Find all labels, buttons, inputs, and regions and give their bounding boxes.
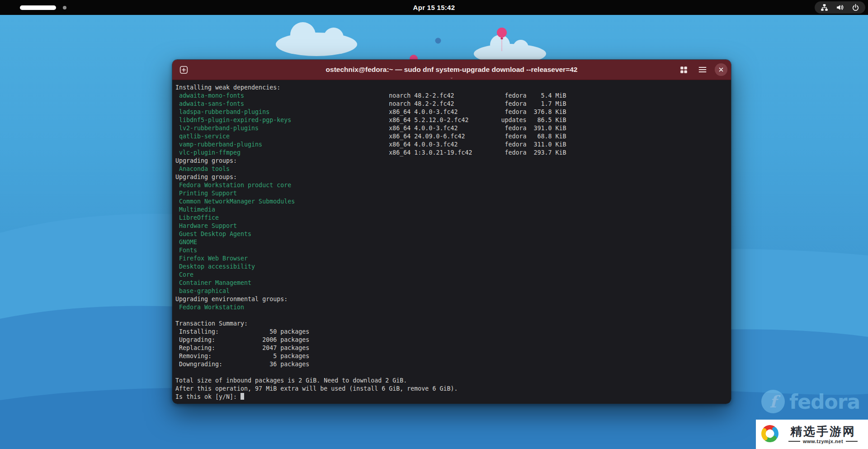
network-icon	[821, 4, 828, 11]
terminal-cursor	[241, 393, 244, 400]
new-tab-button[interactable]	[177, 63, 190, 76]
terminal-line	[175, 369, 731, 377]
terminal-line: Desktop accessibility	[175, 263, 731, 271]
site-watermark: 精选手游网 www.tzymjx.net	[756, 420, 868, 449]
fedora-wordmark: fedora	[789, 390, 860, 413]
title-caret-icon: ⌄	[450, 76, 453, 79]
terminal-line: LibreOffice	[175, 214, 731, 222]
terminal-line: Upgrading groups:	[175, 173, 731, 181]
terminal-line: Upgrading: 2006 packages	[175, 336, 731, 344]
terminal-output[interactable]: Installing weak dependencies: adwaita-mo…	[172, 80, 731, 404]
watermark-url: www.tzymjx.net	[803, 439, 843, 444]
terminal-line: Fedora Workstation	[175, 303, 731, 312]
terminal-line: Firefox Web Browser	[175, 255, 731, 263]
terminal-window: ostechnix@fedora:~ — sudo dnf system-upg…	[172, 59, 731, 404]
terminal-line: Removing: 5 packages	[175, 352, 731, 360]
watermark-title: 精选手游网	[782, 425, 864, 438]
terminal-line: Fedora Workstation product core	[175, 181, 731, 189]
system-tray[interactable]	[815, 1, 865, 14]
terminal-line: Anaconda tools	[175, 165, 731, 173]
watermark-text: 精选手游网 www.tzymjx.net	[782, 425, 864, 444]
volume-icon	[836, 4, 844, 11]
menu-button[interactable]	[696, 63, 709, 76]
terminal-line: Installing: 50 packages	[175, 328, 731, 336]
inactive-workspace-dot[interactable]	[63, 6, 66, 9]
terminal-line: After this operation, 97 MiB extra will …	[175, 385, 731, 393]
terminal-line	[175, 312, 731, 320]
window-headerbar: ostechnix@fedora:~ — sudo dnf system-upg…	[172, 60, 731, 80]
terminal-line: libdnf5-plugin-expired-pgp-keys x86_64 5…	[175, 116, 731, 124]
terminal-line: Core	[175, 271, 731, 279]
terminal-line: GNOME	[175, 238, 731, 246]
desktop: f fedora Apr 15 15:42	[0, 0, 868, 449]
tab-overview-button[interactable]	[677, 63, 690, 76]
top-bar: Apr 15 15:42	[0, 0, 868, 15]
dash-right	[846, 441, 858, 442]
terminal-line: base-graphical	[175, 287, 731, 295]
close-button[interactable]	[715, 63, 727, 76]
terminal-line: Printing Support	[175, 189, 731, 198]
terminal-line: Transaction Summary:	[175, 320, 731, 328]
dash-left	[788, 441, 800, 442]
pinwheel-logo-icon	[758, 422, 782, 447]
terminal-line: Upgrading environmental groups:	[175, 295, 731, 303]
terminal-line: Hardware Support	[175, 222, 731, 230]
blue-balloon	[435, 38, 441, 44]
terminal-line: Is this ok [y/N]:	[175, 393, 731, 401]
window-title: ostechnix@fedora:~ — sudo dnf system-upg…	[172, 60, 731, 80]
terminal-line: Guest Desktop Agents	[175, 230, 731, 238]
terminal-line: adwaita-mono-fonts noarch 48.2-2.fc42 fe…	[175, 92, 731, 100]
terminal-line: Replacing: 2047 packages	[175, 344, 731, 352]
fedora-f-icon: f	[761, 390, 785, 413]
terminal-line: lv2-rubberband-plugins x86_64 4.0.0-3.fc…	[175, 124, 731, 132]
terminal-line: Common NetworkManager Submodules	[175, 198, 731, 206]
terminal-line: Upgrading groups:	[175, 157, 731, 165]
workspace-indicator[interactable]	[20, 0, 66, 15]
terminal-line: qatlib-service x86_64 24.09.0-6.fc42 fed…	[175, 132, 731, 141]
terminal-line: Total size of inbound packages is 2 GiB.…	[175, 377, 731, 385]
power-icon	[852, 4, 859, 11]
terminal-line: ladspa-rubberband-plugins x86_64 4.0.0-3…	[175, 108, 731, 116]
terminal-line: vamp-rubberband-plugins x86_64 4.0.0-3.f…	[175, 141, 731, 149]
terminal-line: Fonts	[175, 246, 731, 255]
active-workspace-pill[interactable]	[20, 5, 56, 10]
pink-balloon	[497, 28, 507, 38]
terminal-line: Installing weak dependencies:	[175, 84, 731, 92]
terminal-line: adwaita-sans-fonts noarch 48.2-2.fc42 fe…	[175, 100, 731, 108]
terminal-line: Multimedia	[175, 206, 731, 214]
terminal-line: Downgrading: 36 packages	[175, 360, 731, 369]
terminal-line: Container Management	[175, 279, 731, 287]
fedora-logo-watermark: f fedora	[761, 390, 860, 413]
terminal-line: vlc-plugin-ffmpeg x86_64 1:3.0.21-19.fc4…	[175, 149, 731, 157]
clock[interactable]: Apr 15 15:42	[413, 0, 455, 15]
